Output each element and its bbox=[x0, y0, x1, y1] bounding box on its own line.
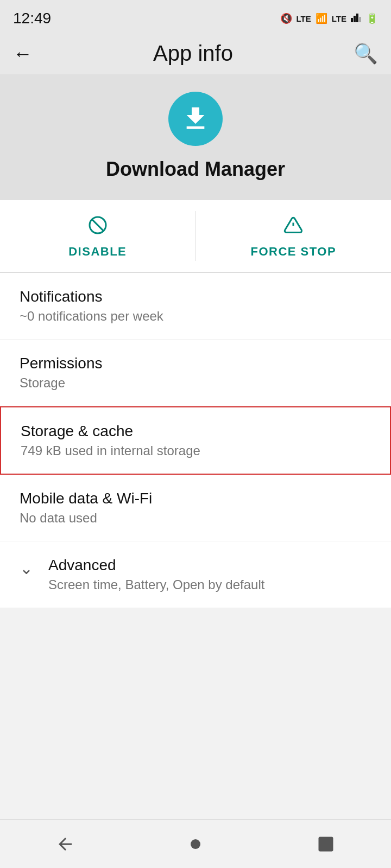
search-button[interactable]: 🔍 bbox=[354, 42, 378, 65]
lte-icon: LTE bbox=[332, 14, 346, 23]
advanced-text: Advanced Screen time, Battery, Open by d… bbox=[48, 557, 264, 592]
status-bar: 12:49 🔇 LTE 📶 LTE 🔋 bbox=[0, 0, 391, 33]
force-stop-icon bbox=[283, 215, 303, 239]
permissions-item[interactable]: Permissions Storage bbox=[0, 340, 391, 406]
lte-call-icon: LTE bbox=[297, 14, 311, 23]
mobile-data-subtitle: No data used bbox=[20, 510, 371, 526]
force-stop-label: FORCE STOP bbox=[250, 245, 336, 259]
chevron-down-icon: ⌄ bbox=[20, 559, 33, 578]
mobile-data-title: Mobile data & Wi-Fi bbox=[20, 490, 371, 507]
back-nav-button[interactable] bbox=[49, 828, 81, 860]
notifications-item[interactable]: Notifications ~0 notifications per week bbox=[0, 273, 391, 340]
advanced-subtitle: Screen time, Battery, Open by default bbox=[48, 577, 264, 592]
home-nav-button[interactable] bbox=[179, 828, 212, 860]
app-bar: ← App info 🔍 bbox=[0, 33, 391, 74]
storage-cache-item[interactable]: Storage & cache 749 kB used in internal … bbox=[0, 406, 391, 475]
svg-rect-3 bbox=[359, 17, 361, 22]
signal-icon bbox=[351, 12, 362, 25]
permissions-subtitle: Storage bbox=[20, 375, 371, 391]
recents-nav-icon bbox=[316, 834, 336, 854]
advanced-title: Advanced bbox=[48, 557, 264, 574]
wifi-icon: 📶 bbox=[316, 12, 327, 24]
permissions-title: Permissions bbox=[20, 355, 371, 372]
mobile-data-item[interactable]: Mobile data & Wi-Fi No data used bbox=[0, 475, 391, 541]
svg-rect-0 bbox=[351, 18, 353, 22]
bottom-nav bbox=[0, 819, 391, 868]
force-stop-button[interactable]: FORCE STOP bbox=[196, 200, 392, 272]
vibrate-icon: 🔇 bbox=[280, 12, 292, 24]
notifications-subtitle: ~0 notifications per week bbox=[20, 309, 371, 324]
app-header: Download Manager bbox=[0, 74, 391, 200]
home-nav-icon bbox=[186, 834, 205, 854]
advanced-item[interactable]: ⌄ Advanced Screen time, Battery, Open by… bbox=[0, 541, 391, 608]
storage-title: Storage & cache bbox=[21, 423, 370, 440]
svg-rect-9 bbox=[319, 837, 333, 851]
action-row: DISABLE FORCE STOP bbox=[0, 200, 391, 272]
svg-rect-1 bbox=[354, 16, 356, 22]
settings-list: Notifications ~0 notifications per week … bbox=[0, 273, 391, 608]
disable-button[interactable]: DISABLE bbox=[0, 200, 195, 272]
download-icon bbox=[180, 104, 211, 134]
app-name: Download Manager bbox=[106, 158, 285, 181]
disable-icon bbox=[88, 215, 108, 239]
svg-point-8 bbox=[191, 839, 200, 849]
recents-nav-button[interactable] bbox=[310, 828, 342, 860]
storage-subtitle: 749 kB used in internal storage bbox=[21, 443, 370, 458]
app-icon bbox=[168, 92, 223, 146]
svg-line-5 bbox=[92, 219, 103, 231]
back-nav-icon bbox=[55, 834, 75, 854]
status-time: 12:49 bbox=[13, 10, 51, 27]
notifications-title: Notifications bbox=[20, 288, 371, 305]
back-button[interactable]: ← bbox=[13, 42, 33, 65]
svg-rect-2 bbox=[356, 14, 358, 22]
status-icons: 🔇 LTE 📶 LTE 🔋 bbox=[280, 12, 378, 25]
page-title: App info bbox=[153, 41, 233, 66]
disable-label: DISABLE bbox=[68, 245, 127, 259]
battery-icon: 🔋 bbox=[366, 12, 378, 24]
